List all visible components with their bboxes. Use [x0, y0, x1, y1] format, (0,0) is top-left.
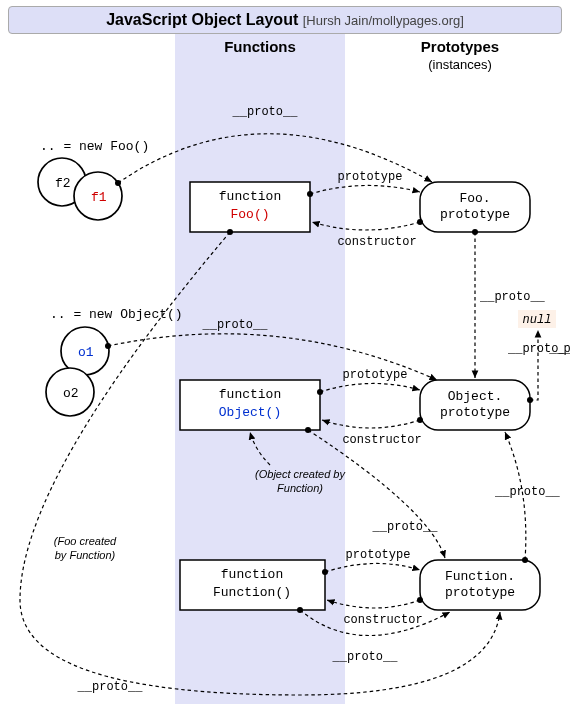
lbl-proto-5: __proto__ [494, 485, 561, 499]
lbl-constructor-3: constructor [343, 613, 422, 627]
note-object-1: (Object created by [255, 468, 346, 480]
note-foo-1: (Foo created [54, 535, 117, 547]
edge-foo-proto-func [20, 232, 500, 695]
new-foo-label: .. = new Foo() [40, 139, 149, 154]
foo-name: Foo() [230, 207, 269, 222]
note-object-arrow [250, 432, 270, 465]
edge-object-proto-func [308, 430, 445, 558]
lbl-proto-3: __proto__ [479, 290, 546, 304]
object-proto-l1: Object. [448, 389, 503, 404]
note-foo-2: by Function) [55, 549, 116, 561]
lbl-proto-4b: __proto__ [507, 342, 570, 356]
lbl-proto-8: __proto__ [77, 680, 144, 694]
edge-object-constructor [322, 420, 420, 428]
edge-function-prototype [325, 563, 420, 572]
function-kw: function [221, 567, 283, 582]
function-proto-l2: prototype [445, 585, 515, 600]
o2-label: o2 [63, 386, 79, 401]
lbl-proto-2: __proto__ [202, 318, 269, 332]
f2-label: f2 [55, 176, 71, 191]
foo-proto-l2: prototype [440, 207, 510, 222]
object-kw: function [219, 387, 281, 402]
o1-label: o1 [78, 345, 94, 360]
function-name: Function() [213, 585, 291, 600]
lbl-proto-6: __proto__ [372, 520, 439, 534]
object-name: Object() [219, 405, 281, 420]
edge-objproto-null [530, 330, 538, 400]
lbl-proto-7: __proto__ [332, 650, 399, 664]
f1-label: f1 [91, 190, 107, 205]
lbl-constructor-1: constructor [337, 235, 416, 249]
prototypes-header-sub: (instances) [428, 57, 492, 72]
edge-foo-constructor [312, 222, 420, 230]
lbl-prototype-3: prototype [346, 548, 411, 562]
note-object-2: Function) [277, 482, 323, 494]
edge-foo-prototype [310, 185, 420, 194]
diagram-svg: .. = new Foo() f2 f1 function Foo() Foo.… [0, 0, 570, 709]
lbl-prototype-1: prototype [338, 170, 403, 184]
object-proto-l2: prototype [440, 405, 510, 420]
lbl-prototype-2: prototype [343, 368, 408, 382]
function-proto-l1: Function. [445, 569, 515, 584]
foo-proto-l1: Foo. [459, 191, 490, 206]
edge-function-constructor [327, 600, 420, 608]
lbl-constructor-2: constructor [342, 433, 421, 447]
null-label: null [523, 313, 552, 327]
foo-kw: function [219, 189, 281, 204]
prototypes-header-label: Prototypes [421, 38, 499, 55]
edge-object-prototype [320, 383, 420, 392]
prototypes-header: Prototypes (instances) [370, 38, 550, 72]
functions-header: Functions [175, 38, 345, 55]
lbl-proto-1: __proto__ [232, 105, 299, 119]
